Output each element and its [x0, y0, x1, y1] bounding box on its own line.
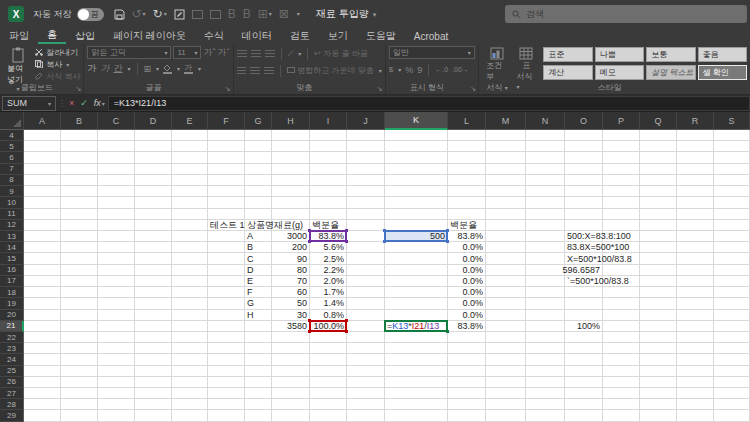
cell-L27[interactable]	[448, 388, 486, 399]
align-left-button[interactable]	[237, 67, 247, 74]
cell-E29[interactable]	[172, 410, 208, 421]
cell-C6[interactable]	[98, 152, 135, 163]
bold-button[interactable]: 가	[87, 62, 96, 75]
cell-F24[interactable]	[208, 354, 245, 365]
cell-G20[interactable]: H	[245, 310, 272, 321]
cell-I7[interactable]	[310, 164, 347, 175]
cell-J27[interactable]	[347, 388, 385, 399]
cell-L12[interactable]: 백분율	[448, 220, 486, 231]
cell-G18[interactable]: F	[245, 287, 272, 298]
cell-G8[interactable]	[245, 175, 272, 186]
cell-R7[interactable]	[677, 164, 714, 175]
cell-H24[interactable]	[272, 354, 310, 365]
cell-K13[interactable]: 500	[385, 231, 448, 242]
cell-C23[interactable]	[98, 343, 135, 354]
cell-J21[interactable]	[347, 321, 385, 332]
cell-O16[interactable]: 596.6587	[565, 265, 603, 276]
cell-G15[interactable]: C	[245, 253, 272, 264]
cell-R4[interactable]	[677, 130, 714, 141]
cell-O15[interactable]: X=500*100/83.8	[565, 253, 603, 264]
cell-J16[interactable]	[347, 265, 385, 276]
cell-C14[interactable]	[98, 242, 135, 253]
cell-O29[interactable]	[565, 410, 603, 421]
cell-R10[interactable]	[677, 197, 714, 208]
cell-L26[interactable]	[448, 377, 486, 388]
cell-H25[interactable]	[272, 366, 310, 377]
font-color-button[interactable]: 가	[184, 64, 193, 74]
percent-button[interactable]: %	[405, 65, 413, 75]
insert-function-button[interactable]: fx▾	[94, 98, 105, 108]
cell-C20[interactable]	[98, 310, 135, 321]
cell-H15[interactable]: 90	[272, 253, 310, 264]
cell-F29[interactable]	[208, 410, 245, 421]
cell-H6[interactable]	[272, 152, 310, 163]
cell-style-chip[interactable]: 좋음	[698, 47, 747, 62]
undo-icon[interactable]: ↺▾	[132, 8, 146, 20]
cell-C29[interactable]	[98, 410, 135, 421]
cell-G21[interactable]	[245, 321, 272, 332]
cell-B22[interactable]	[61, 332, 98, 343]
selection-handle[interactable]	[446, 240, 449, 243]
cell-R28[interactable]	[677, 399, 714, 410]
cell-O27[interactable]	[565, 388, 603, 399]
cell-M21[interactable]	[486, 321, 526, 332]
cell-D14[interactable]	[135, 242, 172, 253]
cell-A9[interactable]	[24, 186, 61, 197]
column-header-O[interactable]: O	[565, 112, 603, 130]
column-header-G[interactable]: G	[245, 112, 272, 130]
cut-button[interactable]: 잘라내기	[35, 46, 80, 58]
cell-M20[interactable]	[486, 310, 526, 321]
cell-C18[interactable]	[98, 287, 135, 298]
cell-L10[interactable]	[448, 197, 486, 208]
cell-K8[interactable]	[385, 175, 448, 186]
clipboard-dialog-launcher-icon[interactable]: ↘	[76, 85, 82, 93]
cell-I24[interactable]	[310, 354, 347, 365]
cell-N21[interactable]	[526, 321, 565, 332]
cell-K28[interactable]	[385, 399, 448, 410]
cell-G29[interactable]	[245, 410, 272, 421]
cell-K5[interactable]	[385, 141, 448, 152]
cell-R8[interactable]	[677, 175, 714, 186]
cell-J11[interactable]	[347, 209, 385, 220]
cell-K7[interactable]	[385, 164, 448, 175]
cell-F20[interactable]	[208, 310, 245, 321]
document-title[interactable]: 재료 투입량▾	[316, 7, 376, 21]
row-header-29[interactable]: 29	[0, 410, 24, 421]
cell-A5[interactable]	[24, 141, 61, 152]
cell-L22[interactable]	[448, 332, 486, 343]
cell-D7[interactable]	[135, 164, 172, 175]
cell-K18[interactable]	[385, 287, 448, 298]
cell-K9[interactable]	[385, 186, 448, 197]
cell-E7[interactable]	[172, 164, 208, 175]
cell-M11[interactable]	[486, 209, 526, 220]
cell-L25[interactable]	[448, 366, 486, 377]
alignment-dialog-launcher-icon[interactable]: ↘	[377, 85, 383, 93]
cell-A11[interactable]	[24, 209, 61, 220]
cell-E16[interactable]	[172, 265, 208, 276]
cell-H14[interactable]: 200	[272, 242, 310, 253]
cell-Q15[interactable]	[640, 253, 677, 264]
cell-D29[interactable]	[135, 410, 172, 421]
cell-N13[interactable]	[526, 231, 565, 242]
cell-J28[interactable]	[347, 399, 385, 410]
cell-F15[interactable]	[208, 253, 245, 264]
cell-H13[interactable]: 3000	[272, 231, 310, 242]
cell-A22[interactable]	[24, 332, 61, 343]
row-header-24[interactable]: 24	[0, 354, 24, 365]
cell-D9[interactable]	[135, 186, 172, 197]
align-bottom-button[interactable]	[265, 50, 275, 57]
cell-G7[interactable]	[245, 164, 272, 175]
cell-A7[interactable]	[24, 164, 61, 175]
cell-L7[interactable]	[448, 164, 486, 175]
cell-N16[interactable]	[526, 265, 565, 276]
cell-A17[interactable]	[24, 276, 61, 287]
cell-A12[interactable]	[24, 220, 61, 231]
cell-style-chip[interactable]: 나쁨	[595, 47, 644, 62]
cell-K6[interactable]	[385, 152, 448, 163]
selection-handle[interactable]	[308, 319, 311, 322]
cell-Q28[interactable]	[640, 399, 677, 410]
cell-D6[interactable]	[135, 152, 172, 163]
cell-S18[interactable]	[714, 287, 750, 298]
cell-H28[interactable]	[272, 399, 310, 410]
cell-L14[interactable]: 0.0%	[448, 242, 486, 253]
